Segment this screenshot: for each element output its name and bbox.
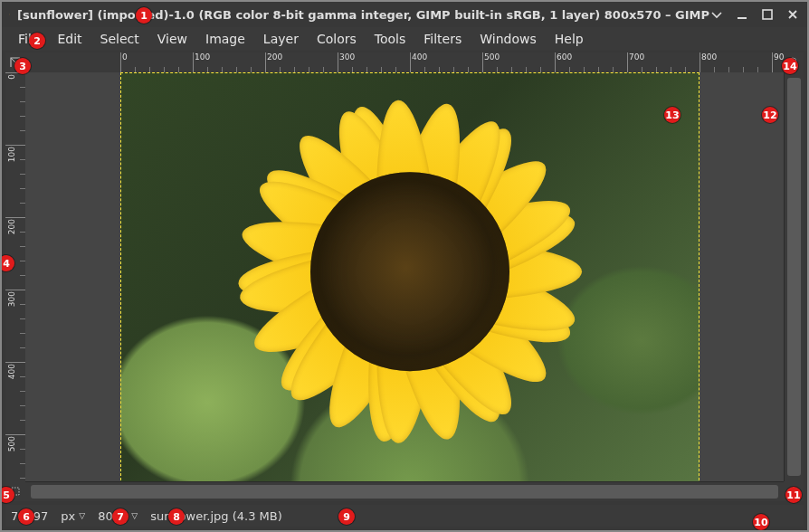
close-button[interactable] xyxy=(785,7,800,22)
image-canvas[interactable] xyxy=(120,72,700,481)
menu-layer[interactable]: Layer xyxy=(254,30,308,48)
ruler-horizontal[interactable]: 0100200300400500600700800900 xyxy=(25,52,784,72)
scrollbar-horizontal[interactable] xyxy=(25,481,784,501)
window-title: [sunflower] (imported)-1.0 (RGB color 8-… xyxy=(17,8,709,22)
annotation-marker: 9 xyxy=(338,508,355,525)
maximize-button[interactable] xyxy=(760,7,775,22)
window-controls xyxy=(709,7,800,22)
menu-windows[interactable]: Windows xyxy=(471,30,546,48)
annotation-marker: 14 xyxy=(782,58,798,74)
menu-colors[interactable]: Colors xyxy=(308,30,366,48)
annotation-marker: 13 xyxy=(664,107,681,123)
annotation-marker: 12 xyxy=(762,107,778,123)
annotation-marker: 11 xyxy=(785,487,802,503)
workspace: 0100200300400500600700800900 01002003004… xyxy=(5,52,804,501)
chevron-down-icon: ▽ xyxy=(79,511,85,520)
image-subject-sunflower xyxy=(233,95,586,448)
annotation-marker: 2 xyxy=(29,33,45,49)
annotation-marker: 3 xyxy=(14,58,31,74)
ruler-vertical[interactable]: 0100200300400500600 xyxy=(5,72,25,481)
svg-rect-5 xyxy=(738,17,747,19)
menu-filters[interactable]: Filters xyxy=(414,30,471,48)
annotation-marker: 8 xyxy=(168,508,185,525)
minimize-button[interactable] xyxy=(735,7,749,22)
unit-value: px xyxy=(61,509,75,523)
menu-help[interactable]: Help xyxy=(546,30,593,48)
menu-edit[interactable]: Edit xyxy=(48,30,90,48)
scrollbar-thumb[interactable] xyxy=(787,78,801,476)
scrollbar-vertical[interactable] xyxy=(784,72,804,481)
svg-rect-6 xyxy=(763,10,772,19)
menubar: File Edit Select View Image Layer Colors… xyxy=(2,27,807,51)
window-titlebar: [sunflower] (imported)-1.0 (RGB color 8-… xyxy=(2,2,807,27)
annotation-marker: 6 xyxy=(18,508,34,525)
annotation-marker: 1 xyxy=(136,7,152,24)
annotation-marker: 10 xyxy=(753,514,769,530)
chevron-down-icon: ▽ xyxy=(131,511,138,520)
unit-selector[interactable]: px ▽ xyxy=(61,509,85,523)
scrollbar-thumb[interactable] xyxy=(31,485,778,499)
menu-view[interactable]: View xyxy=(148,30,196,48)
menu-image[interactable]: Image xyxy=(196,30,254,48)
menu-tools[interactable]: Tools xyxy=(366,30,415,48)
canvas-viewport[interactable] xyxy=(25,72,784,481)
gimp-logo-icon xyxy=(9,5,10,24)
annotation-marker: 7 xyxy=(112,508,128,525)
menu-select[interactable]: Select xyxy=(91,30,148,48)
shade-button[interactable] xyxy=(709,7,724,22)
svg-point-0 xyxy=(9,14,10,15)
